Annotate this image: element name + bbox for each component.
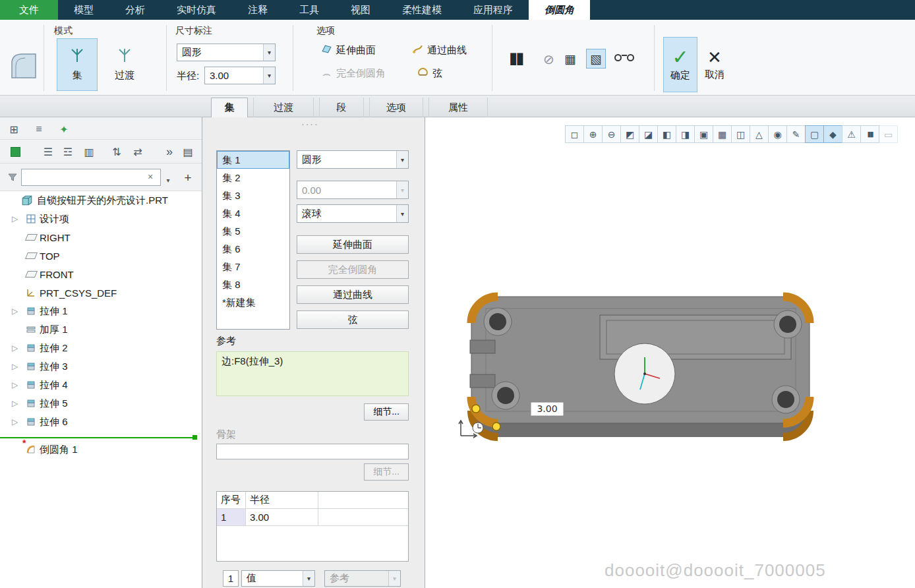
menu-flexible-modeling[interactable]: 柔性建模 bbox=[386, 0, 458, 20]
appearance-icon[interactable]: ◉ bbox=[768, 125, 787, 143]
tab-properties[interactable]: 属性 bbox=[428, 98, 488, 117]
pause-icon[interactable]: ▮▮ bbox=[509, 49, 522, 67]
menu-applications[interactable]: 应用程序 bbox=[458, 0, 529, 20]
ok-button[interactable]: ✓ 确定 bbox=[663, 37, 697, 92]
display-style-icon[interactable]: ◫ bbox=[731, 125, 750, 143]
set-list-item-6[interactable]: 集 6 bbox=[217, 240, 289, 258]
references-collector[interactable]: 边:F8(拉伸_3) bbox=[216, 351, 409, 396]
select-filter-icon[interactable]: ▢ bbox=[805, 125, 824, 143]
tree-swap-icon[interactable]: ⇄ bbox=[129, 143, 146, 160]
zoom-out-icon[interactable]: ⊖ bbox=[602, 125, 621, 143]
transitions-mode-button[interactable]: 过渡 bbox=[104, 38, 145, 91]
set-list-item-7[interactable]: 集 7 bbox=[217, 258, 289, 276]
chord-button[interactable]: 弦 bbox=[417, 67, 442, 80]
spine-details-button[interactable]: 细节... bbox=[364, 463, 409, 481]
radius-input[interactable]: 3.00 ▾ bbox=[204, 67, 276, 84]
ball-type-select[interactable]: 滚球 ▾ bbox=[297, 204, 409, 223]
extend-surfaces-panel-button[interactable]: 延伸曲面 bbox=[297, 235, 409, 254]
no-preview-icon[interactable]: ⊘ bbox=[543, 51, 554, 67]
through-curve-button[interactable]: 通过曲线 bbox=[412, 44, 467, 57]
tree-item-thicken-1[interactable]: 加厚 1 bbox=[0, 320, 202, 339]
section-shape-select[interactable]: 圆形 ▾ bbox=[297, 150, 409, 169]
dimension-callout[interactable]: 3.00 bbox=[531, 402, 564, 416]
ref-type-select[interactable]: 参考 ▾ bbox=[324, 570, 401, 587]
annotate-icon[interactable]: ✎ bbox=[786, 125, 806, 143]
insert-locator-line[interactable] bbox=[0, 437, 196, 438]
conic-value-select[interactable]: 0.00 ▾ bbox=[297, 181, 409, 199]
tree-item-top-plane[interactable]: TOP bbox=[0, 247, 202, 265]
warning-icon[interactable]: ⚠ bbox=[842, 125, 861, 143]
menu-file[interactable]: 文件 bbox=[0, 0, 58, 20]
filter-dropdown-icon[interactable]: ▾ bbox=[163, 171, 173, 189]
menu-round-active[interactable]: 倒圆角 bbox=[529, 0, 590, 20]
radius-row-index[interactable]: 1 bbox=[217, 509, 246, 525]
tree-item-extrude-6[interactable]: ▷ 拉伸 6 bbox=[0, 413, 202, 431]
tree-sort-icon[interactable]: ⇅ bbox=[108, 143, 125, 160]
tree-detail-icon[interactable]: ☲ bbox=[59, 143, 76, 160]
expand-icon[interactable]: ▷ bbox=[12, 399, 18, 408]
sets-mode-button[interactable]: 集 bbox=[57, 38, 98, 91]
more-commands-icon[interactable]: » bbox=[161, 143, 178, 160]
refit-icon[interactable]: ◩ bbox=[620, 125, 639, 143]
set-list-item-8[interactable]: 集 8 bbox=[217, 276, 289, 293]
model-tree-icon[interactable]: ⊞ bbox=[5, 121, 22, 138]
repaint-icon[interactable]: ◪ bbox=[639, 125, 658, 143]
verify-glasses-icon[interactable] bbox=[614, 53, 634, 63]
chevron-down-icon[interactable]: ▾ bbox=[263, 67, 275, 84]
expand-icon[interactable]: ▷ bbox=[12, 343, 18, 353]
menu-annotate[interactable]: 注释 bbox=[232, 0, 283, 20]
dragger-icon[interactable]: ◆ bbox=[823, 125, 842, 143]
capture-icon[interactable]: ▣ bbox=[694, 125, 713, 143]
tree-columns-icon[interactable]: ▥ bbox=[80, 143, 98, 160]
show-filter-icon[interactable] bbox=[7, 143, 24, 160]
tree-list-icon[interactable]: ☰ bbox=[40, 143, 57, 160]
cancel-button[interactable]: ✕ 取消 bbox=[699, 37, 730, 92]
tree-item-csys[interactable]: PRT_CSYS_DEF bbox=[0, 283, 202, 302]
shade-icon[interactable]: ◧ bbox=[657, 125, 676, 143]
layer-tree-icon[interactable]: ≡ bbox=[30, 121, 47, 138]
tree-item-extrude-2[interactable]: ▷ 拉伸 2 bbox=[0, 339, 202, 357]
tab-options[interactable]: 选项 bbox=[369, 98, 423, 117]
tree-item-extrude-5[interactable]: ▷ 拉伸 5 bbox=[0, 394, 202, 413]
tree-item-part-root[interactable]: 自锁按钮开关的外壳设计.PRT bbox=[0, 191, 202, 210]
tree-item-extrude-3[interactable]: ▷ 拉伸 3 bbox=[0, 357, 202, 376]
references-details-button[interactable]: 细节... bbox=[364, 403, 409, 421]
expand-icon[interactable]: ▷ bbox=[12, 380, 18, 390]
filter-clear-icon[interactable]: × bbox=[148, 171, 153, 182]
model-viewport[interactable]: 3.00 bbox=[452, 282, 847, 480]
expand-icon[interactable]: ▷ bbox=[12, 417, 18, 426]
radius-index-field[interactable]: 1 bbox=[223, 570, 239, 587]
section-icon[interactable]: △ bbox=[750, 125, 769, 143]
round-shape-select[interactable]: 圆形 ▾ bbox=[177, 44, 276, 61]
radius-drag-handle[interactable] bbox=[492, 423, 500, 430]
extend-surfaces-button[interactable]: 延伸曲面 bbox=[321, 44, 376, 57]
overflow-icon[interactable]: ▭ bbox=[879, 125, 898, 143]
menu-view[interactable]: 视图 bbox=[335, 0, 386, 20]
set-list-item-3[interactable]: 集 3 bbox=[217, 187, 289, 204]
chord-panel-button[interactable]: 弦 bbox=[297, 310, 409, 329]
favorites-icon[interactable]: ✦ bbox=[55, 121, 73, 138]
expand-icon[interactable]: ▷ bbox=[12, 307, 18, 316]
radius-drag-handle[interactable] bbox=[472, 405, 480, 413]
radius-row-value[interactable]: 3.00 bbox=[246, 509, 318, 525]
menu-live-simulation[interactable]: 实时仿真 bbox=[161, 0, 232, 20]
through-curve-panel-button[interactable]: 通过曲线 bbox=[297, 285, 409, 304]
chevron-down-icon[interactable]: ▾ bbox=[263, 44, 275, 61]
filter-funnel-icon[interactable] bbox=[4, 169, 21, 186]
set-list-item-5[interactable]: 集 5 bbox=[217, 222, 289, 240]
zoom-window-icon[interactable]: ◻ bbox=[565, 125, 584, 143]
tree-item-right-plane[interactable]: RIGHT bbox=[0, 228, 202, 247]
tree-item-round-1[interactable]: * 倒圆角 1 bbox=[0, 440, 202, 459]
value-type-select[interactable]: 值 ▾ bbox=[241, 570, 315, 587]
tab-pieces[interactable]: 段 bbox=[319, 98, 364, 117]
document-icon[interactable]: ▤ bbox=[179, 143, 196, 160]
tab-transitions[interactable]: 过渡 bbox=[253, 98, 314, 117]
full-round-button[interactable]: 完全倒圆角 bbox=[321, 67, 386, 80]
filter-add-icon[interactable]: + bbox=[179, 169, 196, 187]
datum-preview-icon[interactable]: ▦ bbox=[564, 51, 576, 67]
expand-icon[interactable]: ▷ bbox=[12, 214, 18, 223]
spine-collector[interactable] bbox=[216, 444, 409, 459]
graphics-area[interactable]: ◻ ⊕ ⊖ ◩ ◪ ◧ ◨ ▣ ▦ ◫ △ ◉ ✎ ▢ ◆ ⚠ ▮▮ ▭ bbox=[425, 117, 915, 588]
full-round-panel-button[interactable]: 完全倒圆角 bbox=[297, 260, 409, 279]
view-manager-icon[interactable]: ▦ bbox=[713, 125, 732, 143]
